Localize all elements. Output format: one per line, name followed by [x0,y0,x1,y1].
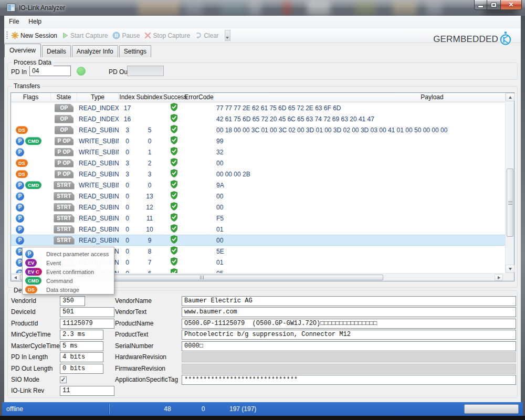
transfer-row-10[interactable]: PSTRTREAD_SUBINDEX01200 [11,202,505,213]
transfer-row-3[interactable]: DSOPREAD_SUBINDEX3500 18 00 00 3C 01 00 … [11,124,505,135]
device-field-row: VendorNameBaumer Electric AG [115,296,517,306]
scroll-right-button[interactable] [495,274,503,281]
transfer-row-13[interactable]: PSTRTREAD_SUBINDEX0900 [11,235,505,246]
transfer-row-2[interactable]: OPREAD_INDEX1642 61 75 6D 65 72 20 45 6C… [11,113,505,124]
device-field-row: VendorId350 [11,296,127,306]
sio-mode-checkbox[interactable]: ✓ [60,376,67,383]
menu-item-help[interactable]: Help [24,16,46,27]
transfer-row-9[interactable]: PSTRTREAD_SUBINDEX01300 [11,191,505,202]
flags-legend-tooltip: PDirect parameter accessEVEventEV CEvent… [22,247,114,295]
column-header-payload[interactable]: Payload [214,93,505,102]
field-pd-out-length[interactable]: 0 bits [60,364,103,374]
state-badge: P OP [55,170,74,178]
tab-analyzer-info[interactable]: Analyzer Info [72,45,118,57]
scroll-down-button[interactable] [506,265,514,273]
field-vendorid[interactable]: 350 [60,296,85,306]
column-header-state[interactable]: State [51,93,77,102]
cell-index: 0 [119,138,136,145]
menu-item-file[interactable]: File [4,16,24,27]
cell-flags: DS [11,159,51,167]
transfer-row-8[interactable]: PCMDSTRTWRITE_SUBINDEX009A [11,180,505,191]
field-vendortext[interactable]: www.baumer.com [182,307,516,317]
cell-type: READ_SUBINDEX [77,171,119,178]
cell-success [163,202,184,213]
scroll-up-button[interactable] [506,93,514,101]
transfer-row-7[interactable]: DSP OPREAD_SUBINDEX3300 00 00 2B [11,169,505,180]
field-deviceid[interactable]: 501 [60,307,114,317]
tab-strip: OverviewDetailsAnalyzer InfoSettings [4,44,521,57]
field-serialnumber[interactable]: 0000□ [182,341,516,351]
success-check-icon [170,191,178,202]
cell-success [163,103,184,113]
stop-capture-button[interactable]: Stop Capture [144,32,190,39]
column-header-subindex[interactable]: Subindex [136,93,163,102]
app-icon [7,4,15,14]
device-field-row: VendorTextwww.baumer.com [115,307,517,317]
cell-flags: DS [11,126,51,134]
field-productname[interactable]: O500.GP-11125079 (O500.GP-GW1J.72O)□□□□□… [182,319,516,329]
field-io-link-rev[interactable]: 11 [60,386,114,396]
cell-index: 0 [119,248,136,255]
cell-index: 0 [119,193,136,200]
close-button[interactable]: ✕ [500,0,522,10]
new-session-button[interactable]: New Session [11,32,57,39]
column-header-type[interactable]: Type [77,93,119,102]
cell-success [163,224,184,235]
device-field-row: PD Out Length0 bits [11,364,127,374]
cell-success [163,246,184,257]
toolbar-overflow-button[interactable] [225,30,230,41]
cell-type: READ_SUBINDEX [77,215,119,222]
cell-payload: 77 77 77 2E 62 61 75 6D 65 72 2E 63 6F 6… [214,104,505,112]
cell-payload: 00 [214,237,505,244]
maximize-button[interactable] [487,0,500,10]
field-applicationspecifictag[interactable]: ****************************** [182,375,516,385]
cell-flags: P [11,203,51,212]
cell-state: OP [51,115,77,123]
transfer-row-4[interactable]: PCMDP OPWRITE_SUBINDEX0099 [11,135,505,146]
legend-item-label: Direct parameter access [46,251,109,257]
title-bar[interactable]: IO-Link Analyzer ✕ [0,0,525,16]
cell-type: WRITE_SUBINDEX [77,149,119,156]
vertical-scrollbar[interactable] [505,93,514,273]
column-header-flags[interactable]: Flags [11,93,51,102]
tab-overview[interactable]: Overview [4,44,41,57]
column-header-errorcode[interactable]: ErrorCode [184,93,214,102]
field-pd-in-length[interactable]: 4 bits [60,352,103,362]
chevron-down-icon [226,37,229,39]
field-producttext[interactable]: Photoelectric b/g suppression, Connector… [182,330,516,340]
minimize-button[interactable] [474,0,487,10]
toolbar-grip[interactable] [6,32,8,40]
cell-success [163,191,184,202]
transfer-row-11[interactable]: PSTRTREAD_SUBINDEX011F5 [11,213,505,224]
field-mincycletime[interactable]: 2.3 ms [60,330,103,340]
column-header-success[interactable]: Success [163,93,184,102]
field-productid[interactable]: 11125079 [60,319,114,329]
pause-button[interactable]: Pause [112,32,140,39]
state-badge: P OP [55,137,74,145]
start-capture-button[interactable]: Start Capture [62,32,108,39]
scroll-left-button[interactable] [11,274,19,281]
transfer-row-1[interactable]: OPREAD_INDEX1777 77 77 2E 62 61 75 6D 65… [11,102,505,113]
tab-details[interactable]: Details [42,45,71,57]
transfer-row-5[interactable]: PP OPWRITE_SUBINDEX0132 [11,146,505,158]
field-vendorname[interactable]: Baumer Electric AG [182,296,516,306]
cell-index: 0 [119,149,136,156]
pause-label: Pause [122,32,140,39]
transfer-row-12[interactable]: PSTRTREAD_SUBINDEX01001 [11,224,505,235]
field-mastercycletime[interactable]: 5 ms [60,341,103,351]
tab-settings[interactable]: Settings [119,45,151,57]
state-badge: STRT [54,181,74,190]
success-check-icon [170,103,178,113]
clear-button[interactable]: Clear [195,32,219,39]
cell-subindex: 11 [136,215,163,222]
vertical-scrollbar-thumb[interactable] [507,169,513,237]
legend-item-label: Event confirmation [46,269,94,275]
pd-in-input[interactable]: 04 [29,66,71,76]
menu-bar: FileHelp [4,16,521,28]
column-header-index[interactable]: Index [119,93,136,102]
transfer-row-6[interactable]: DSP OPREAD_SUBINDEX3200 [11,158,505,169]
flag-p-badge: P [16,225,24,234]
cell-subindex: 13 [136,193,163,200]
thumb-grip-icon [200,276,204,279]
checkmark-icon: ✓ [60,376,66,383]
